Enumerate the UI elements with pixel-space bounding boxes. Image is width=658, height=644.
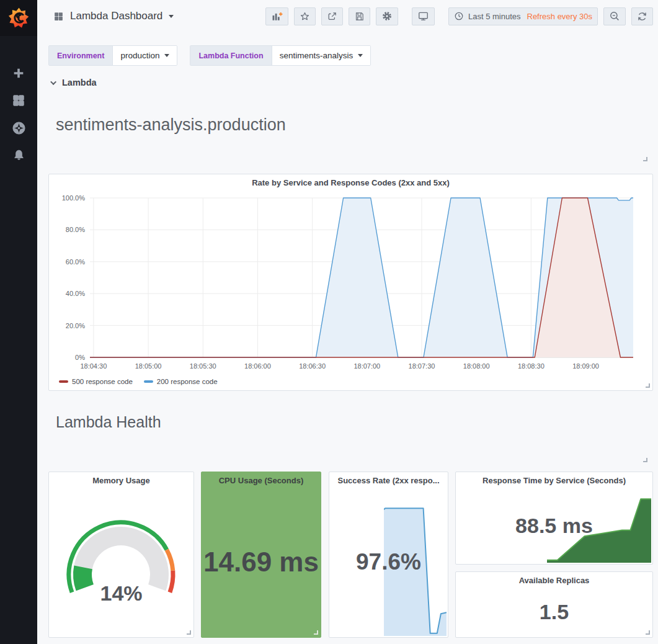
settings-button[interactable] [376, 7, 398, 25]
filter-environment-label: Environment [49, 46, 112, 65]
panel-title[interactable]: Memory Usage [49, 476, 193, 485]
share-button[interactable] [321, 7, 343, 25]
panel-available-replicas: Available Replicas 1.5 [455, 571, 653, 638]
svg-text:18:07:30: 18:07:30 [409, 362, 435, 370]
svg-text:18:05:30: 18:05:30 [190, 362, 216, 370]
sidebar [0, 0, 37, 644]
panel-resize-handle[interactable] [646, 383, 650, 388]
legend-label-200: 200 response code [157, 378, 218, 385]
filter-environment-value: production [120, 51, 159, 60]
add-panel-button[interactable] [265, 7, 288, 25]
chevron-down-icon [50, 79, 56, 85]
save-icon [354, 11, 365, 22]
memory-usage-value: 14% [49, 581, 193, 606]
rate-chart-plot[interactable]: 18:04:3018:05:0018:05:3018:06:0018:06:30… [54, 192, 647, 373]
panel-title[interactable]: Response Time by Service (Seconds) [456, 476, 652, 485]
legend-swatch-200 [144, 380, 153, 383]
zoom-out-button[interactable] [603, 7, 626, 25]
panel-title[interactable]: Available Replicas [456, 576, 652, 585]
monitor-icon [417, 11, 429, 22]
clock-icon [454, 11, 464, 21]
svg-text:18:06:00: 18:06:00 [244, 362, 271, 370]
available-replicas-value: 1.5 [540, 600, 569, 624]
grafana-logo[interactable] [0, 0, 37, 36]
filter-lambda-function-value: sentiments-analysis [280, 51, 353, 60]
svg-text:18:08:30: 18:08:30 [518, 362, 545, 370]
sidebar-create-button[interactable] [0, 60, 37, 87]
legend-item-500[interactable]: 500 response code [59, 378, 133, 385]
row-lambda-toggle[interactable]: Lambda [52, 78, 97, 87]
toolbar: Last 5 minutes Refresh every 30s [260, 7, 653, 25]
svg-text:18:04:30: 18:04:30 [80, 362, 107, 370]
dashboard-grid-icon [53, 11, 64, 22]
filter-environment-value-dropdown[interactable]: production [112, 46, 177, 65]
panel-resize-handle[interactable] [643, 458, 647, 462]
grafana-dashboard-page: Lambda Dashboard [0, 0, 658, 644]
health-title-text-panel: Lambda Health [56, 413, 161, 431]
svg-text:0%: 0% [75, 354, 85, 361]
sidebar-alerting-button[interactable] [0, 141, 37, 169]
panel-title[interactable]: CPU Usage (Seconds) [202, 476, 321, 485]
svg-text:60.0%: 60.0% [66, 258, 85, 266]
legend-item-200[interactable]: 200 response code [144, 378, 218, 385]
svg-text:80.0%: 80.0% [66, 226, 85, 233]
panel-title[interactable]: Success Rate (2xx respo... [329, 476, 448, 485]
chevron-down-icon [164, 54, 169, 57]
explore-compass-icon [12, 121, 26, 135]
svg-text:18:06:30: 18:06:30 [299, 362, 326, 370]
grafana-flame-icon [7, 6, 30, 30]
gear-icon [381, 11, 393, 22]
panel-cpu-usage: CPU Usage (Seconds) 14.69 ms [201, 472, 321, 638]
chart-legend: 500 response code 200 response code [59, 378, 218, 385]
dashboard-title-menu[interactable]: Lambda Dashboard [53, 10, 174, 22]
panel-resize-handle[interactable] [187, 630, 191, 635]
refresh-icon [637, 11, 647, 22]
refresh-interval-label: Refresh every 30s [527, 12, 593, 21]
template-variables: Environment production Lambda Function s… [48, 45, 371, 66]
panel-memory-usage: Memory Usage 14% [48, 472, 194, 638]
save-button[interactable] [349, 7, 370, 25]
chevron-down-icon [358, 54, 363, 57]
svg-text:18:07:00: 18:07:00 [353, 362, 380, 370]
response-time-value: 88.5 ms [515, 514, 593, 538]
filter-lambda-function-label: Lambda Function [190, 46, 271, 65]
filter-lambda-function: Lambda Function sentiments-analysis [190, 45, 371, 66]
success-rate-value: 97.6% [356, 549, 421, 575]
chevron-down-icon [169, 15, 174, 18]
dashboard-header: Lambda Dashboard [37, 0, 658, 32]
share-icon [327, 11, 337, 22]
time-range-button[interactable]: Last 5 minutes Refresh every 30s [448, 7, 598, 25]
panel-title[interactable]: Rate by Service and Response Codes (2xx … [49, 178, 652, 187]
panel-rate-by-service: Rate by Service and Response Codes (2xx … [48, 174, 653, 391]
add-panel-icon [271, 11, 283, 22]
sidebar-explore-button[interactable] [0, 114, 37, 141]
legend-swatch-500 [59, 380, 68, 383]
svg-text:18:08:00: 18:08:00 [463, 362, 490, 370]
tv-mode-button[interactable] [412, 7, 435, 25]
dashboard-title: Lambda Dashboard [70, 10, 162, 22]
time-range-label: Last 5 minutes [468, 12, 521, 21]
alerting-bell-icon [12, 149, 25, 162]
row-lambda-title: Lambda [62, 78, 97, 87]
panel-success-rate: Success Rate (2xx respo... 97.6% [329, 472, 448, 638]
panel-response-time: Response Time by Service (Seconds) 88.5 … [455, 472, 653, 565]
svg-text:18:05:00: 18:05:00 [135, 362, 162, 370]
dashboards-grid-icon [12, 94, 25, 107]
svg-text:40.0%: 40.0% [66, 290, 85, 297]
function-title-text-panel: sentiments-analysis.production [56, 115, 286, 135]
svg-text:20.0%: 20.0% [66, 322, 85, 329]
sidebar-dashboards-button[interactable] [0, 87, 37, 114]
star-icon [300, 11, 310, 22]
panel-resize-handle[interactable] [643, 157, 647, 161]
svg-text:100.0%: 100.0% [62, 194, 86, 202]
refresh-button[interactable] [631, 7, 653, 25]
star-button[interactable] [294, 7, 316, 25]
plus-icon [12, 66, 25, 80]
zoom-out-icon [609, 11, 620, 22]
cpu-usage-value: 14.69 ms [203, 547, 319, 578]
svg-text:18:09:00: 18:09:00 [572, 362, 599, 370]
filter-environment: Environment production [48, 45, 177, 66]
legend-label-500: 500 response code [72, 378, 133, 385]
filter-lambda-function-value-dropdown[interactable]: sentiments-analysis [272, 46, 371, 65]
